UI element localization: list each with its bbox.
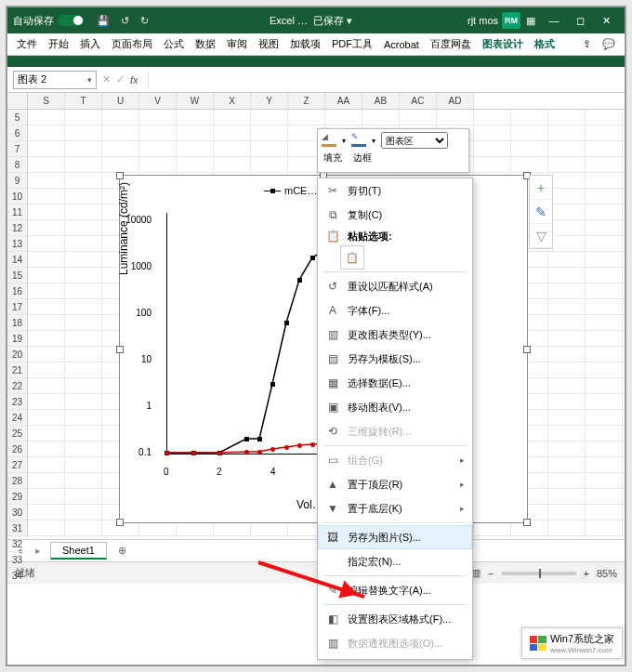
zoom-slider[interactable]: [502, 572, 576, 575]
row-header[interactable]: 8: [7, 157, 27, 173]
row-header[interactable]: 34: [7, 568, 27, 584]
menu-change-chart-type[interactable]: ▥更改图表类型(Y)...: [318, 323, 472, 347]
col-header[interactable]: AC: [400, 93, 437, 109]
row-header[interactable]: 9: [7, 173, 27, 189]
autosave-toggle[interactable]: [58, 15, 84, 26]
tab-pdf[interactable]: PDF工具: [326, 33, 378, 55]
tab-data[interactable]: 数据: [190, 33, 221, 55]
dropdown-icon[interactable]: ▾: [342, 137, 346, 145]
col-header[interactable]: AD: [437, 93, 474, 109]
row-header[interactable]: 16: [7, 283, 27, 299]
menu-format-chart-area[interactable]: ◧设置图表区域格式(F)...: [318, 607, 472, 631]
tab-layout[interactable]: 页面布局: [106, 33, 158, 55]
menu-copy[interactable]: ⧉复制(C): [318, 203, 472, 227]
chart-styles-button[interactable]: ✎: [530, 200, 552, 224]
row-header[interactable]: 19: [7, 331, 27, 347]
resize-handle[interactable]: [116, 346, 124, 353]
resize-handle[interactable]: [116, 172, 124, 179]
zoom-out-button[interactable]: −: [488, 568, 494, 579]
chart-area-select[interactable]: 图表区: [381, 132, 448, 149]
sheet-nav-next[interactable]: ▸: [32, 545, 45, 557]
account-area[interactable]: rjt mos RM: [467, 12, 520, 29]
col-header[interactable]: V: [139, 93, 177, 109]
chart-legend[interactable]: mCE…: [264, 185, 317, 196]
resize-handle[interactable]: [116, 519, 124, 526]
col-header[interactable]: Y: [251, 93, 288, 109]
dropdown-icon[interactable]: ▾: [372, 137, 375, 145]
tab-baidu[interactable]: 百度网盘: [425, 33, 477, 55]
col-header[interactable]: Z: [288, 93, 325, 109]
tab-addins[interactable]: 加载项: [284, 33, 326, 55]
tab-chart-design[interactable]: 图表设计: [477, 33, 529, 55]
undo-icon[interactable]: ↺: [119, 13, 131, 29]
tab-formulas[interactable]: 公式: [158, 33, 190, 55]
row-header[interactable]: 6: [7, 125, 27, 141]
confirm-icon[interactable]: ✓: [116, 73, 125, 86]
chart-filters-button[interactable]: ▽: [530, 224, 552, 248]
menu-assign-macro[interactable]: 指定宏(N)...: [318, 549, 472, 573]
col-header[interactable]: S: [28, 93, 65, 109]
tab-format[interactable]: 格式: [529, 33, 560, 55]
menu-move-chart[interactable]: ▣移动图表(V)...: [318, 395, 472, 419]
row-header[interactable]: 21: [7, 362, 27, 378]
close-button[interactable]: ✕: [593, 15, 619, 27]
fill-color-icon[interactable]: [322, 134, 336, 147]
tab-review[interactable]: 审阅: [221, 33, 253, 55]
row-header[interactable]: 15: [7, 268, 27, 283]
col-header[interactable]: AB: [362, 93, 400, 109]
menu-bring-front[interactable]: ▲置于顶层(R)▸: [318, 472, 472, 496]
row-header[interactable]: 26: [7, 441, 27, 457]
row-header[interactable]: 22: [7, 378, 27, 394]
col-header[interactable]: X: [214, 93, 251, 109]
paste-option-button[interactable]: 📋: [340, 245, 364, 270]
tab-file[interactable]: 文件: [11, 33, 43, 55]
minimize-button[interactable]: —: [541, 15, 567, 26]
col-header[interactable]: AA: [325, 93, 362, 109]
formula-input[interactable]: [148, 72, 619, 88]
redo-icon[interactable]: ↻: [138, 13, 151, 29]
fx-icon[interactable]: fx: [130, 74, 138, 86]
menu-font[interactable]: A字体(F)...: [318, 298, 472, 323]
col-header[interactable]: T: [65, 93, 102, 109]
resize-handle[interactable]: [523, 519, 531, 526]
row-header[interactable]: 33: [7, 552, 27, 568]
name-box[interactable]: 图表 2: [13, 71, 97, 89]
menu-reset-style[interactable]: ↺重设以匹配样式(A): [318, 274, 472, 298]
row-header[interactable]: 28: [7, 473, 27, 489]
row-header[interactable]: 29: [7, 489, 27, 505]
row-header[interactable]: 24: [7, 410, 27, 426]
menu-save-as-picture[interactable]: 🖼另存为图片(S)...: [318, 525, 472, 549]
outline-color-icon[interactable]: [351, 134, 366, 147]
row-header[interactable]: 17: [7, 299, 27, 315]
row-header[interactable]: 18: [7, 315, 27, 331]
row-header[interactable]: 31: [7, 520, 27, 536]
row-header[interactable]: 32: [7, 536, 27, 552]
row-header[interactable]: 11: [7, 204, 27, 220]
chart-elements-button[interactable]: +: [530, 176, 552, 200]
row-header[interactable]: 14: [7, 252, 27, 268]
col-header[interactable]: W: [177, 93, 214, 109]
comments-icon[interactable]: 💬: [597, 34, 621, 54]
row-header[interactable]: 25: [7, 426, 27, 441]
menu-select-data[interactable]: ▦选择数据(E)...: [318, 371, 472, 395]
share-icon[interactable]: ⇪: [577, 34, 597, 54]
tab-insert[interactable]: 插入: [74, 33, 106, 55]
tab-acrobat[interactable]: Acrobat: [378, 35, 425, 54]
row-header[interactable]: 7: [7, 141, 27, 157]
row-header[interactable]: 30: [7, 505, 27, 520]
zoom-percent[interactable]: 85%: [597, 568, 617, 579]
select-all-corner[interactable]: [7, 93, 28, 109]
col-header[interactable]: U: [102, 93, 139, 109]
new-sheet-button[interactable]: ⊕: [112, 545, 132, 557]
row-header[interactable]: 5: [7, 110, 27, 125]
row-header[interactable]: 20: [7, 347, 27, 362]
save-icon[interactable]: 💾: [95, 13, 112, 29]
row-header[interactable]: 23: [7, 394, 27, 410]
row-header[interactable]: 10: [7, 189, 27, 204]
zoom-in-button[interactable]: +: [584, 568, 589, 579]
menu-cut[interactable]: ✂剪切(T): [318, 178, 472, 203]
row-header[interactable]: 13: [7, 236, 27, 252]
maximize-button[interactable]: ◻: [567, 15, 593, 27]
menu-send-back[interactable]: ▼置于底层(K)▸: [318, 496, 472, 520]
cancel-icon[interactable]: ✕: [102, 73, 111, 86]
